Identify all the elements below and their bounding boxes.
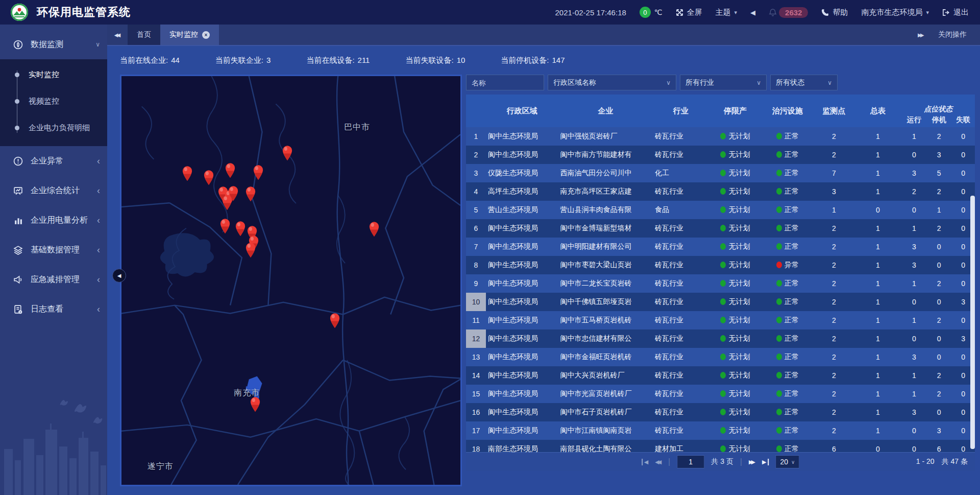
last-page-button[interactable]: ▶	[762, 459, 769, 465]
sidebar-collapse-button[interactable]: ◀	[112, 269, 126, 282]
alert-circle-icon	[12, 156, 23, 166]
status-dot-icon	[776, 170, 782, 176]
sidebar-item-power-load-detail[interactable]: 企业电力负荷明细	[0, 114, 107, 141]
cell-total-meter: 1	[854, 403, 902, 421]
table-row[interactable]: 8 阆中生态环境局 阆中市枣碧大梁山页岩 砖瓦行业 无计划 异常 2 1 3	[466, 256, 975, 274]
table-row[interactable]: 5 营山生态环境局 营山县润丰肉食品有限 食品 无计划 正常 1 0 0 1	[466, 201, 975, 219]
logout-button[interactable]: 退出	[942, 8, 969, 17]
cell-running: 1	[901, 366, 926, 385]
table-row[interactable]: 9 阆中生态环境局 阆中市二龙长宝页岩砖 砖瓦行业 无计划 正常 2 1 1	[466, 274, 975, 293]
first-page-button[interactable]: ◀	[642, 459, 648, 465]
scrollbar-thumb[interactable]	[970, 196, 975, 449]
status-dot-icon	[720, 335, 726, 342]
table-row[interactable]: 2 阆中生态环境局 阆中市南方节能建材有 砖瓦行业 无计划 正常 2 1 0	[466, 146, 975, 164]
map-pin-icon[interactable]	[235, 221, 246, 237]
cell-industry: 砖瓦行业	[653, 238, 709, 256]
tab-home[interactable]: 首页	[128, 25, 160, 45]
status-dot-icon	[776, 262, 782, 268]
cell-running: 1	[901, 219, 926, 238]
status-dot-icon	[776, 372, 782, 379]
map-pin-icon[interactable]	[282, 145, 293, 161]
cell-total-meter: 1	[854, 421, 902, 440]
map-pin-icon[interactable]	[245, 186, 256, 202]
theme-dropdown[interactable]: 主题 ▾	[716, 8, 738, 17]
close-operations-button[interactable]: 关闭操作	[938, 30, 967, 39]
map-pin-icon[interactable]	[222, 195, 233, 210]
status-dot-icon	[776, 353, 782, 360]
help-button[interactable]: 帮助	[821, 8, 848, 17]
sidebar-item-realtime-monitoring[interactable]: 实时监控	[0, 61, 107, 88]
sidebar-item-video-monitoring[interactable]: 视频监控	[0, 88, 107, 114]
cell-total-meter: 1	[854, 238, 902, 256]
org-dropdown[interactable]: 南充市生态环境局 ▾	[861, 8, 929, 17]
table-row[interactable]: 15 阆中生态环境局 阆中市光富页岩机砖厂 砖瓦行业 无计划 正常 2 1 1	[466, 385, 975, 403]
stat-item: 当前停机设备: 147	[501, 56, 565, 65]
close-tab-icon[interactable]: ×	[202, 31, 210, 39]
table-row[interactable]: 18 南部生态环境局 南部县砚化土陶有限公 建材加工 无计划 正常 6 0 0	[466, 440, 975, 452]
status-dot-icon	[776, 133, 782, 139]
stat-item: 当前在线企业: 44	[120, 56, 180, 65]
sound-toggle[interactable]: ◀	[750, 9, 755, 16]
status-dot-icon	[720, 317, 726, 323]
table-row[interactable]: 7 阆中生态环境局 阆中明阳建材有限公司 砖瓦行业 无计划 正常 2 1 3	[466, 238, 975, 256]
table-row[interactable]: 6 阆中生态环境局 阆中市金博瑞新型墙材 砖瓦行业 无计划 正常 2 1 1	[466, 219, 975, 238]
page-number-input[interactable]	[677, 455, 704, 468]
status-select[interactable]: 所有状态 ∨	[770, 75, 838, 90]
map-pin-icon[interactable]	[253, 164, 264, 180]
region-select[interactable]: 行政区域名称 ∨	[548, 75, 676, 90]
map-pin-icon[interactable]	[225, 162, 236, 178]
status-dot-icon	[720, 262, 726, 268]
table-row[interactable]: 10 阆中生态环境局 阆中千佛镇五郎垭页岩 砖瓦行业 无计划 正常 2 1 0	[466, 293, 975, 311]
name-search-input[interactable]	[466, 75, 544, 90]
table-row[interactable]: 1 阆中生态环境局 阆中强锐页岩砖厂 砖瓦行业 无计划 正常 2 1 1 2	[466, 127, 975, 146]
cell-monitor-points: 2	[814, 385, 854, 403]
status-dot-icon	[720, 445, 726, 452]
page-size-select[interactable]: 20 ∨	[775, 455, 799, 468]
cell-company: 阆中市石子页岩机砖厂	[558, 403, 652, 421]
table-row[interactable]: 16 阆中生态环境局 阆中市石子页岩机砖厂 砖瓦行业 无计划 正常 2 1 3	[466, 403, 975, 421]
map-pin-icon[interactable]	[250, 396, 261, 412]
table-row[interactable]: 13 阆中生态环境局 阆中市金福旺页岩机砖 砖瓦行业 无计划 正常 2 1 3	[466, 348, 975, 366]
chevron-down-icon: ∨	[756, 79, 761, 86]
table-row[interactable]: 11 阆中生态环境局 阆中市五马桥页岩机砖 砖瓦行业 无计划 正常 2 1 1	[466, 311, 975, 329]
tabs-scroll-right-button[interactable]: ◀◀	[918, 32, 924, 38]
col-production-limit: 停限产	[709, 95, 762, 127]
sidebar-item-emergency-reduction[interactable]: 应急减排管理 ‹	[0, 265, 107, 294]
industry-select[interactable]: 所有行业 ∨	[680, 75, 767, 90]
map-pin-icon[interactable]	[203, 170, 214, 185]
table-row[interactable]: 14 阆中生态环境局 阆中大兴页岩机砖厂 砖瓦行业 无计划 正常 2 1 1	[466, 366, 975, 385]
prev-page-button[interactable]: ◀◀	[655, 459, 662, 465]
notification-widget[interactable]: 2632	[769, 7, 808, 18]
table-row[interactable]: 4 高坪生态环境局 南充市高坪区王家店建 砖瓦行业 无计划 正常 3 1 2	[466, 182, 975, 201]
table-row[interactable]: 12 阆中生态环境局 阆中市忠信建材有限公 砖瓦行业 无计划 正常 2 1 0	[466, 329, 975, 348]
table-row[interactable]: 17 阆中生态环境局 阆中市江南镇阆南页岩 砖瓦行业 无计划 正常 2 1 0	[466, 421, 975, 440]
sidebar-item-log-view[interactable]: 日志查看 ‹	[0, 294, 107, 324]
table-scrollbar[interactable]	[970, 127, 975, 452]
next-page-button[interactable]: ▶▶	[749, 459, 755, 465]
map-pin-icon[interactable]	[369, 221, 380, 237]
sidebar-item-enterprise-statistics[interactable]: 企业综合统计 ‹	[0, 176, 107, 205]
map-pin-icon[interactable]	[245, 242, 256, 258]
sidebar-item-electricity-analysis[interactable]: 企业用电量分析 ‹	[0, 205, 107, 235]
sidebar-item-basic-data[interactable]: 基础数据管理 ‹	[0, 235, 107, 265]
cell-industry: 砖瓦行业	[653, 127, 709, 146]
total-rows-label: 共 47 条	[942, 457, 968, 466]
map-panel[interactable]: 巴中市 南充市 遂宁市	[120, 75, 462, 486]
cell-monitor-points: 2	[814, 256, 854, 274]
col-stopped: 停机	[926, 115, 951, 127]
chevron-down-icon: ▾	[926, 9, 929, 16]
sidebar-item-data-monitoring[interactable]: 数据监测 ∨	[0, 30, 107, 59]
cell-production-limit: 无计划	[709, 385, 762, 403]
map-pin-icon[interactable]	[219, 218, 231, 234]
sidebar-item-enterprise-anomaly[interactable]: 企业异常 ‹	[0, 146, 107, 176]
cell-pollution-facility: 正常	[762, 348, 814, 366]
table-row[interactable]: 3 仪陇生态环境局 西南油气田分公司川中 化工 无计划 正常 7 1 3 5	[466, 164, 975, 182]
fullscreen-button[interactable]: 全屏	[676, 8, 702, 17]
tab-realtime-monitoring[interactable]: 实时监控 ×	[160, 25, 219, 45]
tabs-scroll-left-button[interactable]: ◀◀	[107, 25, 128, 45]
cell-industry: 砖瓦行业	[653, 385, 709, 403]
map-pin-icon[interactable]	[182, 166, 193, 181]
cell-pollution-facility: 正常	[762, 146, 814, 164]
map-pin-icon[interactable]	[329, 313, 340, 328]
cell-production-limit: 无计划	[709, 182, 762, 201]
